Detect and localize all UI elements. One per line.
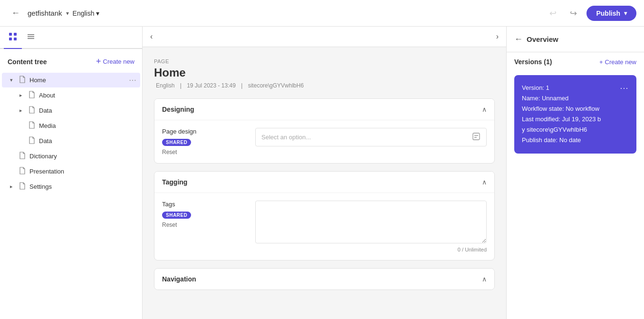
field-row-page-design: Page design SHARED Reset Select an optio… <box>162 128 487 155</box>
tags-textarea[interactable] <box>255 201 487 243</box>
tree-item-dictionary[interactable]: ▸ Dictionary <box>2 149 140 164</box>
nav-prev-button[interactable]: ‹ <box>150 32 153 41</box>
topbar-right: ↩ ↪ Publish ▾ <box>546 6 636 21</box>
shared-badge-tags: SHARED <box>162 212 191 219</box>
panel-back-icon[interactable]: ← <box>514 34 523 44</box>
field-input-col-page-design: Select an option... <box>255 128 487 146</box>
data1-arrow: ▸ <box>17 107 25 115</box>
main-content: ‹ › Page Home English | 19 Jul 2023 - 13… <box>143 27 506 319</box>
section-tagging: Tagging ∧ Tags SHARED Reset 0 / Unlimite… <box>154 171 495 261</box>
section-designing-title: Designing <box>162 106 194 113</box>
dictionary-file-icon <box>19 152 26 161</box>
panel-create-new-label: Create new <box>605 58 636 66</box>
tab-search[interactable] <box>22 27 40 49</box>
main-layout: Content tree + Create new ▾ Home ⋯ ▸ <box>0 27 644 319</box>
tree-item-data2[interactable]: ▸ Data <box>2 134 140 148</box>
search-icon <box>27 32 35 41</box>
page-meta: English | 19 Jul 2023 - 13:49 | sitecore… <box>154 82 495 89</box>
content-nav: ‹ › <box>143 27 506 47</box>
versions-header: Versions (1) + Create new <box>507 52 644 68</box>
page-label: Page <box>154 58 495 64</box>
site-dropdown-arrow[interactable]: ▾ <box>66 10 69 17</box>
publish-button[interactable]: Publish ▾ <box>586 6 636 21</box>
panel-plus-icon: + <box>599 58 603 66</box>
about-label: About <box>39 92 136 99</box>
tree-item-home[interactable]: ▾ Home ⋯ <box>2 73 140 87</box>
panel-create-new-button[interactable]: + Create new <box>599 58 636 66</box>
page-design-select[interactable]: Select an option... <box>255 128 487 146</box>
dictionary-label: Dictionary <box>29 153 136 160</box>
sidebar-tabs <box>0 27 142 49</box>
data1-label: Data <box>39 107 136 114</box>
panel-title: Overview <box>527 35 636 43</box>
nav-next-button[interactable]: › <box>496 32 499 41</box>
publish-label: Publish <box>596 10 620 17</box>
section-designing-toggle[interactable]: ∧ <box>482 106 487 113</box>
tree-item-presentation[interactable]: ▸ Presentation <box>2 164 140 179</box>
language-selector[interactable]: English ▾ <box>73 10 100 17</box>
reset-link-design[interactable]: Reset <box>162 149 248 155</box>
reset-link-tags[interactable]: Reset <box>162 222 248 228</box>
page-meta-separator1: | <box>180 82 183 89</box>
tree-item-settings[interactable]: ▸ Settings <box>2 179 140 194</box>
version-name: Name: Unnamed <box>522 93 620 104</box>
data2-file-icon <box>29 136 35 145</box>
section-navigation-title: Navigation <box>162 275 196 283</box>
page-meta-path: sitecore\gGYVwhlbH6 <box>248 82 304 89</box>
topbar-left: ← getfishtank ▾ English ▾ <box>8 6 542 20</box>
undo-button[interactable]: ↩ <box>546 6 560 20</box>
page-title: Home <box>154 66 495 79</box>
page-meta-separator2: | <box>241 82 244 89</box>
version-text: Version: 1 Name: Unnamed Workflow state:… <box>522 83 620 146</box>
page-meta-lang: English <box>156 82 174 89</box>
version-modified2: y sitecore\gGYVwhlbH6 <box>522 125 620 135</box>
version-more-icon[interactable]: ⋯ <box>620 83 629 93</box>
media-file-icon <box>29 121 35 130</box>
data2-label: Data <box>39 137 136 145</box>
section-designing-header[interactable]: Designing ∧ <box>154 99 494 120</box>
version-card: Version: 1 Name: Unnamed Workflow state:… <box>514 75 636 154</box>
section-tagging-header[interactable]: Tagging ∧ <box>154 172 494 193</box>
home-arrow: ▾ <box>8 77 15 84</box>
presentation-file-icon <box>19 167 26 176</box>
media-label: Media <box>39 122 136 129</box>
tree-item-about[interactable]: ▸ About <box>2 88 140 103</box>
about-arrow: ▸ <box>17 92 25 99</box>
field-label-page-design: Page design <box>162 128 248 135</box>
section-designing-body: Page design SHARED Reset Select an optio… <box>154 120 494 163</box>
settings-arrow: ▸ <box>8 183 15 191</box>
section-tagging-toggle[interactable]: ∧ <box>482 178 487 186</box>
sidebar-create-new-button[interactable]: + Create new <box>96 57 135 67</box>
select-icon <box>472 132 481 142</box>
topbar: ← getfishtank ▾ English ▾ ↩ ↪ Publish ▾ <box>0 0 644 27</box>
redo-button[interactable]: ↪ <box>566 6 581 20</box>
section-tagging-title: Tagging <box>162 178 187 186</box>
tree-icon <box>9 32 17 41</box>
field-label-col-page-design: Page design SHARED Reset <box>162 128 248 155</box>
content-tree: ▾ Home ⋯ ▸ About ▸ Data <box>0 70 142 319</box>
shared-badge-design: SHARED <box>162 139 191 146</box>
svg-rect-7 <box>473 133 480 140</box>
section-navigation-toggle[interactable]: ∧ <box>482 275 487 283</box>
field-label-tags: Tags <box>162 201 248 208</box>
svg-rect-2 <box>14 33 17 36</box>
section-designing: Designing ∧ Page design SHARED Reset Sel… <box>154 98 495 164</box>
data1-file-icon <box>29 106 35 115</box>
right-panel: ← Overview Versions (1) + Create new Ver… <box>506 27 644 319</box>
tree-item-data1[interactable]: ▸ Data <box>2 103 140 118</box>
site-name: getfishtank <box>28 9 62 17</box>
back-button[interactable]: ← <box>8 6 24 20</box>
sidebar-header: Content tree + Create new <box>0 49 142 70</box>
section-navigation-header[interactable]: Navigation ∧ <box>154 269 494 290</box>
char-count: 0 / Unlimited <box>255 247 487 252</box>
home-more-icon[interactable]: ⋯ <box>129 76 136 85</box>
language-label: English <box>73 10 95 17</box>
tree-item-media[interactable]: ▸ Media <box>2 118 140 133</box>
svg-rect-3 <box>14 38 17 40</box>
tab-tree[interactable] <box>4 27 22 49</box>
section-tagging-body: Tags SHARED Reset 0 / Unlimited <box>154 193 494 260</box>
field-label-col-tags: Tags SHARED Reset <box>162 201 248 228</box>
create-new-label: Create new <box>103 58 135 65</box>
content-body: Page Home English | 19 Jul 2023 - 13:49 … <box>143 47 506 309</box>
publish-arrow: ▾ <box>624 10 627 17</box>
